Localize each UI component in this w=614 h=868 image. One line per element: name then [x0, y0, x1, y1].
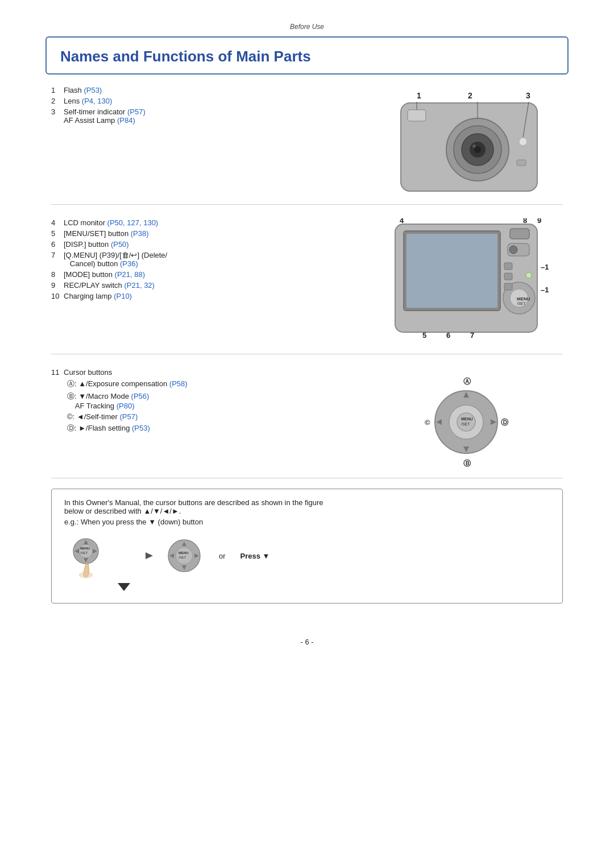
svg-text:MENU: MENU: [80, 547, 90, 550]
camera-front-image: 1 2 3: [370, 86, 563, 194]
svg-text:–11: –11: [541, 286, 549, 294]
page-title: Names and Functions of Main Parts: [60, 48, 554, 65]
svg-text:/SET: /SET: [80, 551, 88, 555]
svg-text:/SET: /SET: [461, 422, 470, 426]
arrow-right-svg: [126, 544, 154, 567]
svg-text:3: 3: [526, 91, 530, 100]
cursor-diagram-image: MENU /SET Ⓐ Ⓑ ©: [370, 368, 563, 468]
svg-rect-7: [408, 110, 426, 121]
svg-point-8: [519, 138, 527, 146]
svg-rect-28: [504, 273, 512, 280]
page-number: - 6 -: [45, 638, 569, 646]
svg-text:/SET: /SET: [179, 556, 186, 559]
svg-rect-27: [504, 263, 512, 270]
list-item: 5 [MENU/SET] button (P38): [51, 229, 370, 238]
svg-point-59: [79, 572, 93, 578]
info-text-3: e.g.: When you press the ▼ (down) button: [64, 518, 550, 526]
list-item: Ⓑ: ▼/Macro Mode (P56) AF Tracking (P80): [51, 391, 352, 410]
svg-text:MENU: MENU: [179, 551, 189, 555]
svg-text:2: 2: [468, 91, 472, 100]
before-use-label: Before Use: [45, 23, 569, 31]
svg-text:©: ©: [425, 418, 430, 427]
list-item: 3 Self-timer indicator (P57)AF Assist La…: [51, 108, 370, 125]
svg-text:5: 5: [422, 331, 426, 340]
list-item: 9 REC/PLAY switch (P21, 32): [51, 281, 370, 290]
svg-marker-60: [128, 552, 153, 559]
list-item: 6 [DISP.] button (P50): [51, 240, 370, 249]
parts-row-1: 1 Flash (P53) 2 Lens (P4, 130) 3 Self-ti…: [51, 86, 563, 205]
svg-text:Ⓑ: Ⓑ: [463, 459, 471, 468]
list-item: ©: ◄/Self-timer (P57): [51, 412, 352, 421]
list-item: 2 Lens (P4, 130): [51, 97, 370, 105]
list-item: Ⓐ: ▲/Exposure compensation (P58): [51, 379, 352, 389]
list-item: 11 Cursor buttons: [51, 368, 352, 377]
list-item: 7 [Q.MENU] (P39)/[🗑/↩] (Delete/ Cancel) …: [51, 251, 370, 268]
svg-point-22: [526, 272, 532, 278]
parts-row-2: 4 LCD monitor (P50, 127, 130) 5 [MENU/SE…: [51, 218, 563, 354]
info-box-row: MENU /SET: [64, 533, 550, 578]
press-label: Press ▼: [240, 552, 270, 560]
cursor-diagram-svg: MENU /SET Ⓐ Ⓑ ©: [418, 368, 515, 468]
svg-text:8: 8: [523, 218, 527, 225]
svg-rect-29: [504, 283, 512, 290]
svg-text:4: 4: [400, 218, 404, 225]
info-text-2: below or described with ▲/▼/◄/►.: [64, 507, 550, 515]
svg-point-6: [472, 144, 476, 148]
parts-list-2: 4 LCD monitor (P50, 127, 130) 5 [MENU/SE…: [51, 218, 370, 303]
svg-text:MENU: MENU: [517, 296, 530, 301]
cursor-section: 11 Cursor buttons Ⓐ: ▲/Exposure compensa…: [51, 368, 563, 478]
svg-text:Ⓓ: Ⓓ: [501, 418, 509, 427]
svg-text:6: 6: [446, 331, 450, 340]
info-text-1: In this Owner's Manual, the cursor butto…: [64, 498, 550, 507]
camera-back-image: MENU /SET 4 8 9 –10 –11 5 6 7: [370, 218, 563, 344]
list-item: 1 Flash (P53): [51, 86, 370, 94]
content-area: 1 Flash (P53) 2 Lens (P4, 130) 3 Self-ti…: [45, 86, 569, 604]
list-item: 8 [MODE] button (P21, 88): [51, 270, 370, 279]
parts-list-1: 1 Flash (P53) 2 Lens (P4, 130) 3 Self-ti…: [51, 86, 370, 127]
svg-rect-9: [517, 160, 526, 166]
svg-text:MENU: MENU: [461, 417, 473, 421]
info-box: In this Owner's Manual, the cursor butto…: [51, 489, 563, 604]
svg-text:Ⓐ: Ⓐ: [463, 377, 471, 386]
list-item: Ⓓ: ►/Flash setting (P53): [51, 423, 352, 433]
svg-text:1: 1: [417, 91, 421, 100]
svg-marker-69: [118, 583, 130, 591]
svg-text:/SET: /SET: [517, 301, 526, 305]
svg-text:–10: –10: [541, 263, 549, 271]
svg-text:7: 7: [470, 331, 474, 340]
down-arrow-svg: [115, 581, 132, 592]
cursor-only-svg: MENU /SET: [164, 536, 204, 576]
section-box: Names and Functions of Main Parts: [45, 36, 569, 75]
list-item: 10 Charging lamp (P10): [51, 292, 370, 300]
or-label: or: [219, 552, 226, 560]
svg-rect-18: [406, 234, 497, 308]
svg-text:9: 9: [537, 218, 541, 225]
page: Before Use Names and Functions of Main P…: [0, 0, 614, 868]
hand-cursor-svg: MENU /SET: [64, 533, 115, 578]
list-item: 4 LCD monitor (P50, 127, 130): [51, 218, 370, 227]
cursor-list: 11 Cursor buttons Ⓐ: ▲/Exposure compensa…: [51, 368, 352, 436]
camera-back-svg: MENU /SET 4 8 9 –10 –11 5 6 7: [384, 218, 549, 344]
svg-rect-19: [510, 229, 529, 239]
svg-point-21: [509, 246, 517, 254]
camera-front-svg: 1 2 3: [384, 86, 549, 194]
